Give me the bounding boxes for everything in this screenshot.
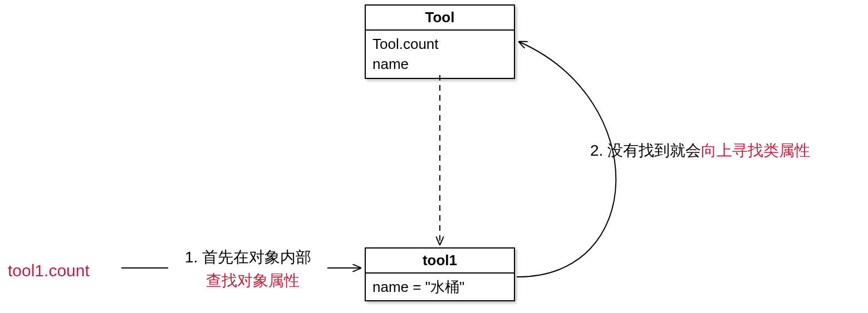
uml-class-attr: name bbox=[372, 54, 507, 74]
step2-text: 2. 没有找到就会 bbox=[590, 142, 701, 159]
uml-class-attr: Tool.count bbox=[372, 34, 507, 54]
step2-annotation: 2. 没有找到就会向上寻找类属性 bbox=[590, 139, 810, 162]
step1-text: 1. 首先在对象内部 bbox=[185, 249, 311, 266]
uml-class-body: Tool.count name bbox=[366, 31, 514, 78]
uml-class-tool: Tool Tool.count name bbox=[365, 4, 515, 79]
uml-instance-title: tool1 bbox=[366, 249, 514, 274]
step1-red-text: 查找对象属性 bbox=[185, 272, 300, 289]
uml-class-title: Tool bbox=[366, 6, 514, 31]
step2-red-text: 向上寻找类属性 bbox=[701, 142, 810, 159]
step1-annotation: 1. 首先在对象内部 查找对象属性 bbox=[185, 246, 311, 292]
uml-instance-body: name = "水桶" bbox=[366, 274, 514, 300]
uml-instance-tool1: tool1 name = "水桶" bbox=[365, 247, 515, 301]
uml-instance-attr: name = "水桶" bbox=[372, 277, 507, 297]
entry-expression-label: tool1.count bbox=[8, 258, 90, 283]
